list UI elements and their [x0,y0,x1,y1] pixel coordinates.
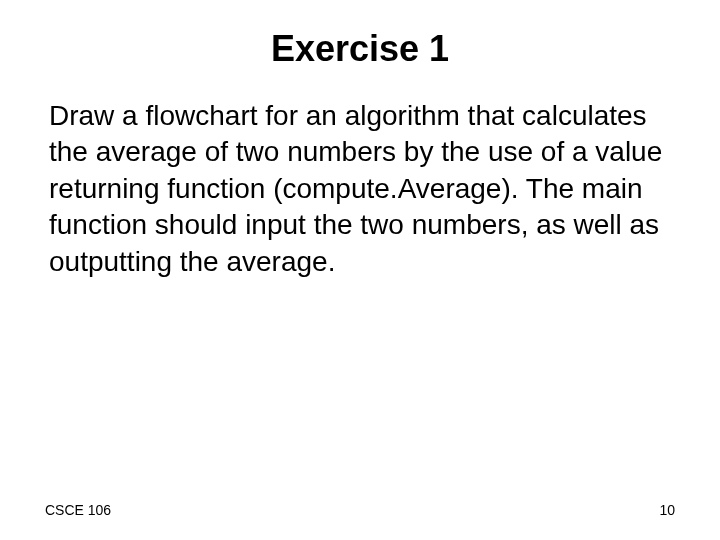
footer-page-number: 10 [659,502,675,518]
slide-body: Draw a flowchart for an algorithm that c… [45,98,675,280]
slide-title: Exercise 1 [45,28,675,70]
footer-course-code: CSCE 106 [45,502,111,518]
slide-container: Exercise 1 Draw a flowchart for an algor… [0,0,720,540]
slide-footer: CSCE 106 10 [45,502,675,518]
